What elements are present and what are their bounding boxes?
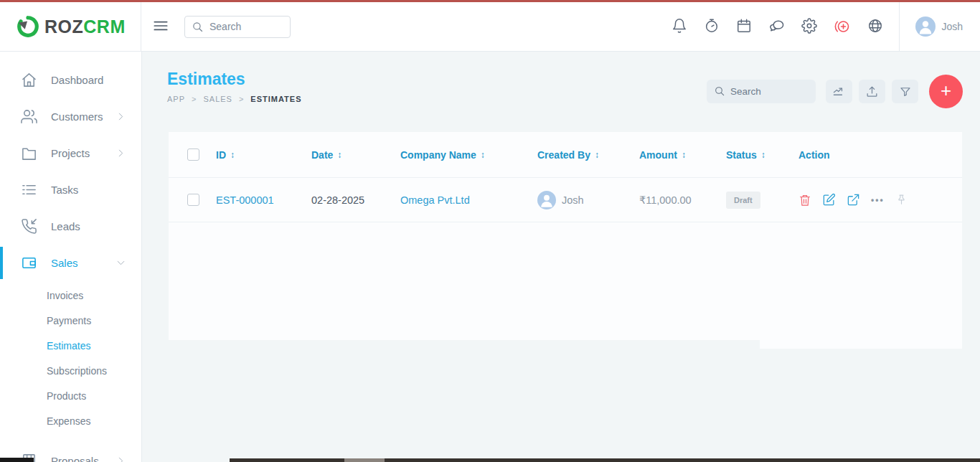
sidebar-subitem-subscriptions[interactable]: Subscriptions <box>0 358 141 383</box>
horizontal-scrollbar-thumb[interactable] <box>344 458 385 462</box>
edit-button[interactable] <box>822 193 836 207</box>
sort-icon: ↕ <box>595 150 599 160</box>
logo-text: ROZCRM <box>44 16 126 37</box>
add-estimate-button[interactable]: + <box>929 75 963 108</box>
breadcrumb-sales[interactable]: SALES <box>203 95 232 103</box>
bell-icon <box>672 18 687 34</box>
column-header-company[interactable]: Company Name↕ <box>400 149 537 161</box>
calendar-icon <box>736 18 752 34</box>
table-row: EST-000001 02-28-2025 Omega Pvt.Ltd Josh… <box>169 178 962 222</box>
filter-icon <box>899 85 912 98</box>
export-button[interactable] <box>859 80 885 103</box>
timer-button[interactable] <box>704 18 720 35</box>
sidebar-horizontal-scrollbar[interactable] <box>0 458 34 462</box>
sidebar-subitem-estimates[interactable]: Estimates <box>0 333 141 358</box>
column-header-created-by[interactable]: Created By↕ <box>537 149 639 161</box>
list-icon <box>21 182 37 198</box>
trending-chart-icon <box>832 85 846 98</box>
breadcrumb: APP > SALES > ESTIMATES <box>167 95 302 103</box>
company-link[interactable]: Omega Pvt.Ltd <box>400 194 470 206</box>
column-header-status[interactable]: Status↕ <box>726 149 798 161</box>
cell-created-by: Josh <box>537 191 639 209</box>
sidebar-item-projects[interactable]: Projects <box>0 135 141 171</box>
user-avatar <box>915 16 936 37</box>
select-all-checkbox[interactable] <box>187 148 199 161</box>
chevron-right-icon <box>116 112 126 121</box>
more-actions-button[interactable]: ••• <box>871 195 885 205</box>
table-header-row: ID↕ Date↕ Company Name↕ Created By↕ Amou… <box>169 132 962 178</box>
chevron-down-icon <box>116 258 126 268</box>
pin-button[interactable] <box>895 194 908 206</box>
chat-icon <box>768 18 785 34</box>
logo[interactable]: ROZCRM <box>0 2 141 52</box>
sort-icon: ↕ <box>761 150 765 160</box>
sort-icon: ↕ <box>481 150 485 160</box>
top-accent-bar <box>0 0 980 2</box>
main-content: Estimates APP > SALES > ESTIMATES + ID↕ … <box>142 52 980 462</box>
external-link-icon <box>847 193 860 207</box>
sidebar-subitem-products[interactable]: Products <box>0 383 141 408</box>
filter-button[interactable] <box>892 80 918 103</box>
sales-submenu: Invoices Payments Estimates Subscription… <box>0 281 141 433</box>
phone-incoming-icon <box>21 218 37 235</box>
header-icon-group <box>672 18 883 35</box>
sidebar-subitem-payments[interactable]: Payments <box>0 308 141 333</box>
sidebar-subitem-expenses[interactable]: Expenses <box>0 408 141 433</box>
column-header-amount[interactable]: Amount↕ <box>639 149 726 161</box>
open-link-button[interactable] <box>847 193 860 207</box>
breadcrumb-separator: > <box>239 95 244 103</box>
hamburger-icon <box>151 16 170 35</box>
sort-icon: ↕ <box>230 150 235 160</box>
plus-icon: + <box>941 81 951 100</box>
cell-actions: ••• <box>798 193 962 207</box>
users-icon <box>21 108 37 125</box>
globe-icon <box>867 18 883 34</box>
select-all-cell <box>187 148 216 161</box>
sidebar-item-dashboard[interactable]: Dashboard <box>0 62 141 98</box>
creator-avatar <box>537 191 556 209</box>
pin-icon <box>895 194 908 206</box>
search-icon <box>192 21 204 33</box>
calendar-button[interactable] <box>736 18 752 35</box>
user-menu[interactable]: Josh <box>900 16 980 37</box>
sort-icon: ↕ <box>682 150 686 160</box>
quick-add-record-button[interactable] <box>834 18 851 35</box>
person-icon <box>915 16 936 37</box>
creator-name: Josh <box>562 194 584 206</box>
person-icon <box>537 191 556 209</box>
sidebar-item-tasks[interactable]: Tasks <box>0 171 141 208</box>
stopwatch-icon <box>704 18 720 34</box>
horizontal-scrollbar-track[interactable] <box>230 458 980 462</box>
cell-status: Draft <box>726 192 798 209</box>
table-footer-strip <box>760 340 962 349</box>
cell-amount: ₹11,000.00 <box>639 194 726 206</box>
sidebar-subitem-invoices[interactable]: Invoices <box>0 283 141 308</box>
report-chart-button[interactable] <box>826 80 852 103</box>
wallet-icon <box>21 255 37 271</box>
header: ROZCRM Josh <box>0 2 980 52</box>
column-header-id[interactable]: ID↕ <box>216 149 311 161</box>
sidebar-item-leads[interactable]: Leads <box>0 208 141 245</box>
row-checkbox[interactable] <box>187 194 199 206</box>
settings-button[interactable] <box>801 18 817 35</box>
sidebar-item-sales[interactable]: Sales <box>0 245 141 281</box>
column-header-date[interactable]: Date↕ <box>311 149 400 161</box>
search-icon <box>714 85 725 97</box>
page-title: Estimates <box>167 70 245 89</box>
notifications-button[interactable] <box>672 18 687 35</box>
breadcrumb-app[interactable]: APP <box>167 95 185 103</box>
folder-icon <box>21 145 37 161</box>
breadcrumb-separator: > <box>192 95 197 103</box>
header-search <box>184 16 291 38</box>
messages-button[interactable] <box>768 18 785 35</box>
table-search <box>707 80 816 103</box>
home-icon <box>21 72 37 88</box>
menu-toggle-button[interactable] <box>151 16 170 37</box>
active-indicator <box>0 247 3 279</box>
edit-icon <box>822 193 836 207</box>
language-button[interactable] <box>867 18 883 35</box>
delete-button[interactable] <box>798 194 811 207</box>
row-select-cell <box>187 194 216 206</box>
sidebar-item-customers[interactable]: Customers <box>0 98 141 135</box>
estimate-id-link[interactable]: EST-000001 <box>216 194 274 206</box>
